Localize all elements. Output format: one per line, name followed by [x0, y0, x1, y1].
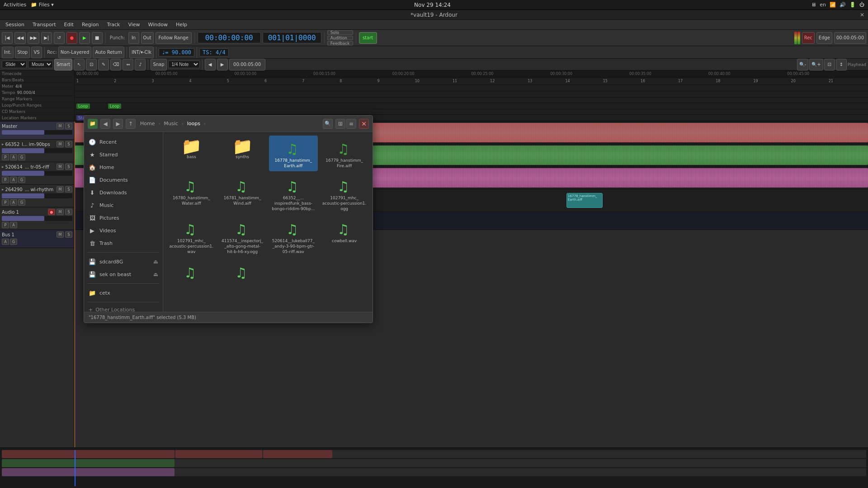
punch-in-btn[interactable]: In	[128, 32, 139, 44]
file-item-synths[interactable]: 📁 synths	[218, 136, 267, 171]
track2-mute[interactable]: M	[57, 164, 64, 170]
snap-btn[interactable]: Snap	[151, 59, 166, 70]
audio1-p[interactable]: P	[2, 222, 9, 228]
tool-select[interactable]: ↖	[74, 59, 85, 70]
file-item-wind[interactable]: ♫ 16781_hanstimm_Wind.aiff	[218, 173, 267, 214]
audition-btn[interactable]: Audition	[327, 36, 353, 40]
btn-stop[interactable]: ■	[92, 32, 103, 44]
sidebar-home[interactable]: 🏠 Home	[84, 161, 163, 174]
bus1-mute[interactable]: M	[57, 231, 64, 238]
file-item-perc-ogg[interactable]: ♫ 102791_mhc_acoustic-percussion1.ogg	[320, 173, 369, 214]
track3-p[interactable]: P	[2, 199, 9, 206]
track2-fader[interactable]	[2, 171, 72, 176]
zoom-out-btn[interactable]: 🔍-	[797, 59, 809, 70]
track1-p[interactable]: P	[2, 154, 9, 160]
menu-help[interactable]: Help	[172, 21, 191, 28]
browser-close-btn[interactable]: ✕	[359, 119, 369, 129]
track3-g[interactable]: G	[18, 199, 25, 206]
track1-a[interactable]: A	[10, 154, 17, 160]
file-item-earth[interactable]: ♫ 16778_hanstimm_Earth.aiff	[269, 136, 318, 171]
bus1-a[interactable]: A	[2, 239, 9, 245]
btn-go-start[interactable]: |◀	[2, 32, 13, 44]
browser-fwd-btn[interactable]: ▶	[113, 119, 123, 129]
fit-btn[interactable]: ⊡	[824, 59, 835, 70]
stop-btn2[interactable]: Stop	[15, 47, 30, 58]
sidebar-sdcard[interactable]: 💾 sdcard8G ⏏	[84, 255, 163, 268]
int-btn[interactable]: Int.	[2, 47, 14, 58]
sidebar-documents[interactable]: 📄 Documents	[84, 174, 163, 186]
mini-map[interactable]	[0, 447, 868, 488]
files-menu[interactable]: 📁 Files ▾	[31, 2, 54, 8]
file-item-funk[interactable]: ♫ 66352__...inspiredfunk_bass-bongo-ridd…	[269, 173, 318, 214]
track1-solo[interactable]: S	[65, 141, 72, 147]
zoom-in-btn[interactable]: 🔍+	[809, 59, 823, 70]
menu-track[interactable]: Track	[104, 21, 124, 28]
track2-p[interactable]: P	[2, 177, 9, 183]
sidebar-videos[interactable]: ▶ Videos	[84, 224, 163, 237]
audio1-fader[interactable]	[2, 216, 72, 221]
file-item-cowbell[interactable]: ♫ cowbell.wav	[320, 216, 369, 257]
start-btn[interactable]: start	[359, 32, 377, 44]
file-item-gong[interactable]: ♫ 411574__inspectorj__alto-gong-metal-hi…	[218, 216, 267, 257]
browser-back-btn[interactable]: ◀	[100, 119, 110, 129]
file-item-riff[interactable]: ♫ 520614__lukeball77__andy-3-90-bpm-gtr-…	[269, 216, 318, 257]
sdcard-eject-btn[interactable]: ⏏	[153, 258, 158, 265]
browser-grid-view-btn[interactable]: ⊞	[335, 119, 345, 129]
file-item-13[interactable]: ♫	[167, 259, 216, 285]
rec-btn[interactable]: Rec	[802, 32, 815, 44]
breadcrumb-loops[interactable]: loops	[185, 120, 202, 127]
track3-expand[interactable]: ▸	[2, 187, 4, 192]
track2-g[interactable]: G	[18, 177, 25, 183]
btn-rewind[interactable]: ◀◀	[14, 32, 26, 44]
punch-out-btn[interactable]: Out	[141, 32, 154, 44]
btn-play[interactable]: ▶	[79, 32, 90, 44]
sidebar-pictures[interactable]: 🖼 Pictures	[84, 211, 163, 224]
master-fader[interactable]	[2, 130, 72, 135]
non-layered-btn[interactable]: Non-Layered	[58, 47, 92, 58]
sidebar-sek[interactable]: 💾 sek on beast ⏏	[84, 268, 163, 281]
solo-btn[interactable]: Solo	[327, 30, 353, 35]
keyboard-layout[interactable]: en	[820, 2, 826, 8]
window-close-btn[interactable]: ✕	[860, 12, 864, 18]
track1-expand[interactable]: ▸	[2, 142, 4, 146]
next-marker-btn[interactable]: ▶	[217, 59, 228, 70]
track3-solo[interactable]: S	[65, 186, 72, 192]
prev-marker-btn[interactable]: ◀	[205, 59, 216, 70]
edit-mode-select[interactable]: Slide	[2, 61, 27, 68]
sidebar-starred[interactable]: ★ Starred	[84, 148, 163, 161]
track2-a[interactable]: A	[10, 177, 17, 183]
snap-unit-select[interactable]: 1/4 Note	[168, 61, 200, 68]
power-btn[interactable]: ⏻	[859, 2, 864, 8]
shrink-btn[interactable]: ↕	[836, 59, 847, 70]
audio1-rec[interactable]: ●	[48, 209, 55, 215]
mouse-mode-select[interactable]: Mouse	[28, 61, 53, 68]
tool-range[interactable]: ⊡	[86, 59, 97, 70]
audio1-a[interactable]: A	[10, 222, 17, 228]
file-item-water[interactable]: ♫ 16780_hanstimm_Water.aiff	[167, 173, 216, 214]
track1-fader[interactable]	[2, 148, 72, 153]
menu-view[interactable]: View	[124, 21, 143, 28]
bus1-g[interactable]: G	[10, 239, 17, 245]
btn-go-end[interactable]: ▶|	[41, 32, 52, 44]
btn-forward[interactable]: ▶▶	[28, 32, 39, 44]
file-item-fire[interactable]: ♫ 16779_hanstimm_Fire.aiff	[320, 136, 369, 171]
sek-eject-btn[interactable]: ⏏	[153, 271, 158, 277]
sidebar-downloads[interactable]: ⬇ Downloads	[84, 186, 163, 199]
smart-btn[interactable]: Smart	[54, 59, 72, 70]
track1-mute[interactable]: M	[57, 141, 64, 147]
menu-edit[interactable]: Edit	[61, 21, 77, 28]
sidebar-music[interactable]: ♪ Music	[84, 199, 163, 211]
browser-parent-btn[interactable]: ↑	[126, 119, 136, 129]
int-clk-btn[interactable]: INT/▾-Clk	[129, 47, 154, 58]
auto-return-btn[interactable]: Auto Return	[93, 47, 124, 58]
breadcrumb-music[interactable]: Music	[162, 120, 179, 127]
bus1-solo[interactable]: S	[65, 231, 72, 238]
tool-audition2[interactable]: ♪	[135, 59, 146, 70]
track2-solo[interactable]: S	[65, 164, 72, 170]
audio1-mute[interactable]: M	[57, 209, 64, 215]
tool-draw[interactable]: ✎	[98, 59, 109, 70]
menu-region[interactable]: Region	[78, 21, 103, 28]
audio1-solo[interactable]: S	[65, 209, 72, 215]
sidebar-other-locations[interactable]: + Other Locations	[84, 305, 163, 312]
feedback-btn[interactable]: Feedback	[327, 41, 353, 46]
